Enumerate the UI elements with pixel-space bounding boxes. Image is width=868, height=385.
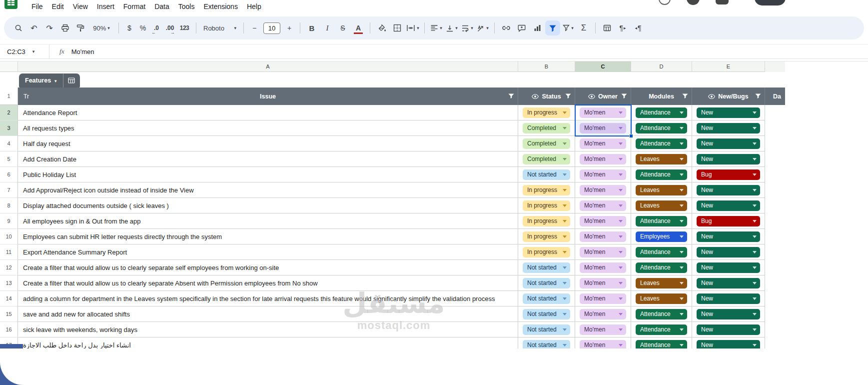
search-icon[interactable] [11, 20, 26, 36]
issue-cell[interactable]: Add Approval/Reject icon outside instead… [18, 182, 518, 198]
status-chip[interactable]: Not started [523, 170, 570, 180]
module-chip[interactable]: Attendance [636, 170, 687, 180]
row-number[interactable]: 11 [0, 244, 18, 260]
module-cell[interactable]: Attendance [631, 214, 692, 229]
status-chip[interactable]: In progress [523, 216, 570, 226]
insert-comment-button[interactable] [514, 20, 529, 36]
owner-cell[interactable]: Mo'men [575, 120, 631, 136]
owner-chip[interactable]: Mo'men [580, 123, 626, 134]
module-chip[interactable]: Leaves [636, 294, 687, 304]
print-button[interactable] [57, 20, 72, 36]
bold-button[interactable]: B [304, 20, 319, 36]
merge-cells-button[interactable] [405, 20, 420, 36]
filter-funnel-icon[interactable] [621, 94, 627, 100]
module-cell[interactable]: Leaves [631, 182, 692, 198]
header-status[interactable]: Status [518, 88, 575, 105]
owner-cell[interactable]: Mo'men [575, 306, 631, 322]
paint-format-button[interactable] [73, 20, 88, 36]
zoom-selector[interactable]: 90% [88, 20, 114, 36]
header-owner[interactable]: Owner [575, 88, 631, 105]
owner-chip[interactable]: Mo'men [580, 185, 626, 196]
status-chip[interactable]: Not started [523, 278, 570, 288]
borders-button[interactable] [390, 20, 405, 36]
module-cell[interactable]: Attendance [631, 306, 692, 322]
issue-cell[interactable]: Create a filter that would allow us to c… [18, 260, 518, 276]
owner-chip[interactable]: Mo'men [580, 138, 626, 149]
kind-chip[interactable]: Bug [697, 216, 760, 226]
module-chip[interactable]: Leaves [636, 278, 687, 288]
fill-handle[interactable] [629, 134, 633, 138]
owner-chip[interactable]: Mo'men [580, 154, 626, 164]
owner-chip[interactable]: Mo'men [580, 108, 626, 118]
kind-chip[interactable]: New [697, 108, 760, 118]
menu-item-edit[interactable]: Edit [47, 1, 68, 12]
row-number[interactable]: 3 [0, 120, 18, 136]
issue-cell[interactable]: Export Attendance Summary Report [18, 244, 518, 260]
kind-cell[interactable]: Bug [692, 167, 765, 182]
text-direction-ltr-button[interactable]: ¶▸ [615, 20, 630, 36]
module-chip[interactable]: Leaves [636, 200, 687, 211]
activity-ring-icon[interactable] [659, 0, 671, 5]
header-new-bugs[interactable]: New/Bugs [692, 88, 765, 105]
format-currency-button[interactable]: $ [123, 20, 136, 36]
header-date-partial[interactable]: Da [765, 88, 868, 105]
owner-cell[interactable]: Mo'men [575, 322, 631, 338]
module-chip[interactable]: Attendance [636, 138, 687, 149]
filter-funnel-icon[interactable] [755, 94, 761, 100]
kind-chip[interactable]: New [697, 185, 760, 196]
module-chip[interactable]: Attendance [636, 216, 687, 226]
module-chip[interactable]: Leaves [636, 185, 687, 196]
status-cell[interactable]: In progress [518, 244, 575, 260]
owner-cell[interactable]: Mo'men [575, 136, 631, 152]
kind-chip[interactable]: New [697, 154, 760, 164]
status-chip[interactable]: In progress [523, 185, 570, 196]
owner-chip[interactable]: Mo'men [580, 278, 626, 288]
module-chip[interactable]: Attendance [636, 108, 687, 118]
font-size-input[interactable]: 10 [263, 22, 280, 34]
module-chip[interactable]: Attendance [636, 324, 687, 335]
status-chip[interactable]: Not started [523, 294, 570, 304]
filter-views-button[interactable] [561, 20, 576, 36]
issue-cell[interactable]: Display attached documents outside ( sic… [18, 198, 518, 214]
issue-cell[interactable]: sick leave with weekends, working days [18, 322, 518, 338]
menu-item-file[interactable]: File [27, 1, 47, 12]
more-formats-button[interactable]: 123 [177, 20, 192, 36]
kind-cell[interactable]: Bug [692, 214, 765, 229]
status-cell[interactable]: Completed [518, 120, 575, 136]
status-chip[interactable]: Completed [523, 154, 570, 164]
column-header-b[interactable]: B [518, 62, 575, 72]
kind-chip[interactable]: New [697, 262, 760, 273]
kind-chip[interactable]: New [697, 123, 760, 134]
owner-cell[interactable]: Mo'men [575, 105, 631, 120]
menu-item-tools[interactable]: Tools [174, 1, 199, 12]
status-cell[interactable]: In progress [518, 214, 575, 229]
kind-chip[interactable]: New [697, 309, 760, 320]
owner-chip[interactable]: Mo'men [580, 309, 626, 320]
kind-cell[interactable]: New [692, 260, 765, 276]
module-cell[interactable]: Attendance [631, 105, 692, 120]
module-cell[interactable]: Attendance [631, 244, 692, 260]
module-cell[interactable]: Attendance [631, 120, 692, 136]
menu-item-format[interactable]: Format [119, 1, 150, 12]
module-chip[interactable]: Attendance [636, 123, 687, 134]
kind-chip[interactable]: New [697, 232, 760, 242]
status-cell[interactable]: In progress [518, 182, 575, 198]
owner-cell[interactable]: Mo'men [575, 291, 631, 306]
header-modules[interactable]: Modules [631, 88, 692, 105]
header-issue[interactable]: Tr Issue [18, 88, 518, 105]
kind-chip[interactable]: New [697, 138, 760, 149]
status-chip[interactable]: In progress [523, 200, 570, 211]
menu-item-extensions[interactable]: Extensions [199, 1, 242, 12]
column-header-e[interactable]: E [692, 62, 765, 72]
menu-item-help[interactable]: Help [242, 1, 266, 12]
kind-chip[interactable]: New [697, 294, 760, 304]
insert-table-button[interactable] [600, 20, 615, 36]
module-cell[interactable]: Employees [631, 229, 692, 244]
owner-cell[interactable]: Mo'men [575, 260, 631, 276]
sheets-logo[interactable] [4, 0, 17, 11]
row-number[interactable]: 16 [0, 322, 18, 338]
column-header-c[interactable]: C [575, 62, 631, 72]
kind-cell[interactable]: New [692, 120, 765, 136]
module-cell[interactable]: Leaves [631, 291, 692, 306]
status-cell[interactable]: Not started [518, 306, 575, 322]
